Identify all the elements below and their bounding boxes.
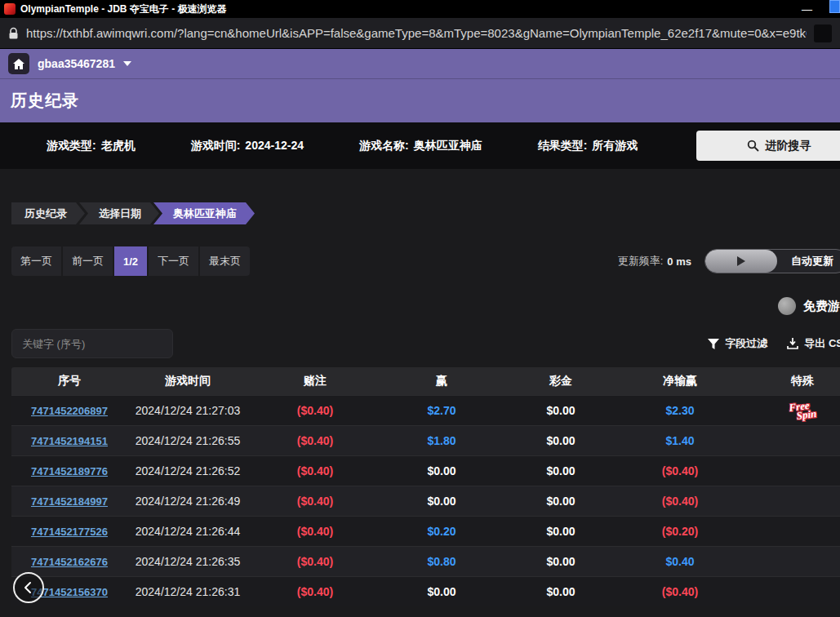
serial-link[interactable]: 7471452206897 xyxy=(31,405,108,417)
filter-result-type: 结果类型: 所有游戏 xyxy=(538,139,638,153)
col-header-game-time: 游戏时间 xyxy=(127,367,248,395)
cell-game-time: 2024/12/24 21:26:49 xyxy=(127,486,248,516)
filter-value: 老虎机 xyxy=(101,139,136,153)
cell-bet: ($0.40) xyxy=(248,577,382,606)
browser-address-bar[interactable]: https://txthbf.awimqwri.com/?lang=cn&hom… xyxy=(0,18,840,49)
breadcrumb-select-date[interactable]: 选择日期 xyxy=(79,202,159,224)
filter-bar: 游戏类型: 老虎机 游戏时间: 2024-12-24 游戏名称: 奥林匹亚神庙 … xyxy=(0,122,840,169)
pagination-current-page[interactable]: 1/2 xyxy=(114,246,147,276)
cell-game-time: 2024/12/24 21:27:03 xyxy=(127,396,248,425)
cell-special xyxy=(740,486,840,516)
serial-link[interactable]: 7471452194151 xyxy=(31,435,108,447)
field-filter-label: 字段过滤 xyxy=(725,336,767,351)
pagination-last-button[interactable]: 最末页 xyxy=(200,246,250,276)
breadcrumb-game-name[interactable]: 奥林匹亚神庙 xyxy=(153,202,255,224)
free-game-control[interactable]: 免费游 xyxy=(11,297,840,315)
free-game-toggle-icon[interactable] xyxy=(778,297,796,315)
cell-bet: ($0.40) xyxy=(248,517,382,546)
cell-bet: ($0.40) xyxy=(248,547,382,576)
tool-cluster: 字段过滤 导出 CS xyxy=(708,336,840,351)
browser-action-button[interactable] xyxy=(814,24,832,42)
cell-game-time: 2024/12/24 21:26:52 xyxy=(127,456,248,486)
url-text[interactable]: https://txthbf.awimqwri.com/?lang=cn&hom… xyxy=(26,26,807,40)
table-row: 7471452162676 2024/12/24 21:26:35 ($0.40… xyxy=(11,546,840,576)
filter-label: 游戏类型: xyxy=(47,139,96,153)
serial-link[interactable]: 7471452184997 xyxy=(31,495,108,508)
cell-win: $2.70 xyxy=(382,396,501,425)
home-icon xyxy=(13,59,24,69)
main-content: 历史纪录 选择日期 奥林匹亚神庙 第一页 前一页 1/2 下一页 最末页 更新频… xyxy=(0,202,840,606)
window-titlebar: OlympianTemple - JDB 夺宝电子 - 极速浏览器 — xyxy=(0,0,840,18)
filter-game-type: 游戏类型: 老虎机 xyxy=(47,139,136,153)
pagination-first-button[interactable]: 第一页 xyxy=(11,246,61,276)
cell-net: $2.30 xyxy=(620,396,740,425)
cell-win: $0.00 xyxy=(382,577,501,606)
filter-value: 2024-12-24 xyxy=(245,139,304,153)
table-row: 7471452189776 2024/12/24 21:26:52 ($0.40… xyxy=(11,455,840,486)
search-input[interactable] xyxy=(11,329,173,358)
toggle-knob[interactable] xyxy=(705,250,777,273)
pagination-prev-button[interactable]: 前一页 xyxy=(63,246,113,276)
col-header-special: 特殊 xyxy=(740,367,840,395)
cell-net: $1.40 xyxy=(620,426,740,455)
serial-link[interactable]: 7471452189776 xyxy=(31,465,108,477)
free-game-label: 免费游 xyxy=(803,299,840,314)
pagination-next-button[interactable]: 下一页 xyxy=(149,246,198,276)
free-spin-line2: Spin xyxy=(796,409,817,420)
cell-game-time: 2024/12/24 21:26:35 xyxy=(127,547,248,576)
cell-special: Free Spin xyxy=(740,396,840,425)
cell-bet: ($0.40) xyxy=(248,396,382,425)
filter-label: 游戏名称: xyxy=(359,139,409,153)
back-arrow-icon xyxy=(22,581,35,594)
download-icon xyxy=(787,338,798,349)
free-spin-badge: Free Spin xyxy=(788,400,816,421)
home-button[interactable] xyxy=(8,53,29,74)
filter-value: 所有游戏 xyxy=(592,139,638,153)
table-row: 7471452184997 2024/12/24 21:26:49 ($0.40… xyxy=(11,486,840,516)
refresh-rate-value: 0 ms xyxy=(667,255,691,268)
auto-update-label: 自动更新 xyxy=(777,250,840,273)
cell-bet: ($0.40) xyxy=(248,486,382,516)
filter-label: 游戏时间: xyxy=(191,139,241,153)
advanced-search-button[interactable]: 进阶搜寻 xyxy=(696,131,840,161)
play-icon xyxy=(737,256,745,266)
export-csv-button[interactable]: 导出 CS xyxy=(787,336,840,351)
pagination-row: 第一页 前一页 1/2 下一页 最末页 更新频率: 0 ms 自动更新 xyxy=(11,246,829,276)
chevron-down-icon[interactable] xyxy=(123,61,131,66)
cell-special xyxy=(740,517,840,546)
search-icon xyxy=(747,140,759,152)
table-header-row: 序号 游戏时间 赌注 赢 彩金 净输赢 特殊 xyxy=(11,367,840,395)
table-row: 7471452206897 2024/12/24 21:27:03 ($0.40… xyxy=(11,395,840,425)
table-row: 7471452194151 2024/12/24 21:26:55 ($0.40… xyxy=(11,425,840,455)
cell-special xyxy=(740,577,840,606)
cell-win: $1.80 xyxy=(382,426,501,455)
col-header-net: 净输赢 xyxy=(620,367,740,395)
page-title: 历史纪录 xyxy=(11,90,79,112)
breadcrumb-history[interactable]: 历史纪录 xyxy=(11,202,85,224)
window-control-button[interactable] xyxy=(829,0,840,13)
table-row: 7471452177526 2024/12/24 21:26:44 ($0.40… xyxy=(11,516,840,546)
table-tools-row: 字段过滤 导出 CS xyxy=(11,329,829,358)
filter-value: 奥林匹亚神庙 xyxy=(414,139,482,153)
back-button[interactable] xyxy=(13,572,44,603)
cell-jackpot: $0.00 xyxy=(501,577,620,606)
cell-jackpot: $0.00 xyxy=(501,486,620,516)
col-header-serial: 序号 xyxy=(11,367,127,395)
account-name[interactable]: gbaa35467281 xyxy=(38,57,115,70)
history-table: 序号 游戏时间 赌注 赢 彩金 净输赢 特殊 7471452206897 202… xyxy=(11,367,840,606)
col-header-win: 赢 xyxy=(382,367,501,395)
cell-game-time: 2024/12/24 21:26:31 xyxy=(127,577,248,606)
auto-update-toggle[interactable]: 自动更新 xyxy=(704,249,840,273)
cell-jackpot: $0.00 xyxy=(501,426,620,455)
cell-win: $0.80 xyxy=(382,547,501,576)
cell-net: ($0.40) xyxy=(620,577,740,606)
serial-link[interactable]: 7471452162676 xyxy=(31,556,108,568)
minimize-button[interactable]: — xyxy=(802,3,812,16)
serial-link[interactable]: 7471452177526 xyxy=(31,526,108,538)
field-filter-button[interactable]: 字段过滤 xyxy=(708,336,767,351)
lock-icon xyxy=(8,27,19,40)
advanced-search-label: 进阶搜寻 xyxy=(766,139,811,153)
refresh-rate-label: 更新频率: xyxy=(618,254,664,269)
table-row: 7471452156370 2024/12/24 21:26:31 ($0.40… xyxy=(11,576,840,606)
cell-bet: ($0.40) xyxy=(248,426,382,455)
